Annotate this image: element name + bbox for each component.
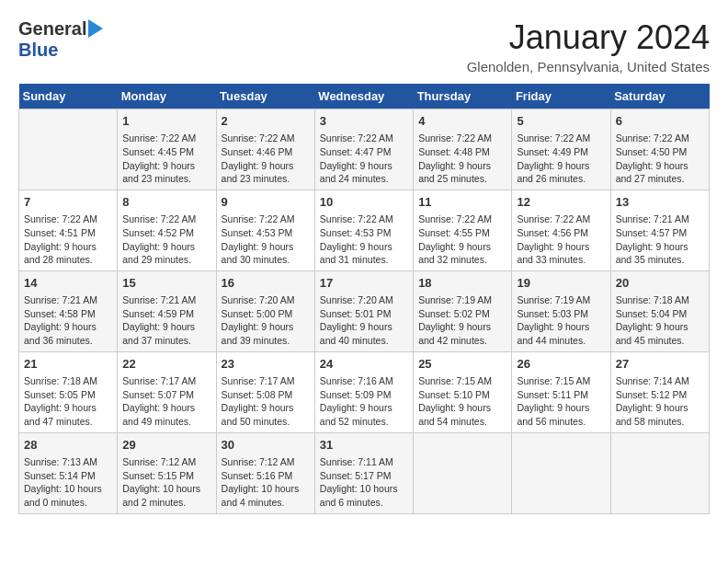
day-cell: 2Sunrise: 7:22 AMSunset: 4:46 PMDaylight… bbox=[216, 109, 314, 190]
day-info: Sunset: 5:04 PM bbox=[616, 307, 704, 321]
day-info: and 28 minutes. bbox=[24, 253, 112, 267]
day-info: and 50 minutes. bbox=[222, 415, 310, 429]
day-info: Sunset: 5:10 PM bbox=[418, 388, 506, 402]
day-info: Daylight: 9 hours bbox=[616, 401, 704, 415]
day-cell: 21Sunrise: 7:18 AMSunset: 5:05 PMDayligh… bbox=[19, 351, 118, 432]
day-info: and 42 minutes. bbox=[418, 334, 506, 348]
day-cell: 1Sunrise: 7:22 AMSunset: 4:45 PMDaylight… bbox=[118, 109, 216, 190]
day-info: Sunrise: 7:22 AM bbox=[222, 132, 310, 145]
day-info: Daylight: 9 hours bbox=[418, 320, 506, 334]
day-cell: 3Sunrise: 7:22 AMSunset: 4:47 PMDaylight… bbox=[314, 109, 413, 190]
day-cell bbox=[610, 432, 709, 513]
day-info: and 58 minutes. bbox=[616, 415, 704, 429]
day-number: 25 bbox=[418, 356, 506, 373]
day-info: and 36 minutes. bbox=[24, 334, 112, 348]
day-cell: 28Sunrise: 7:13 AMSunset: 5:14 PMDayligh… bbox=[19, 432, 118, 513]
day-info: Sunset: 5:03 PM bbox=[517, 307, 605, 321]
day-cell: 11Sunrise: 7:22 AMSunset: 4:55 PMDayligh… bbox=[414, 190, 512, 270]
day-cell: 25Sunrise: 7:15 AMSunset: 5:10 PMDayligh… bbox=[414, 351, 512, 432]
day-info: Daylight: 9 hours bbox=[517, 240, 605, 254]
day-cell: 20Sunrise: 7:18 AMSunset: 5:04 PMDayligh… bbox=[610, 270, 709, 351]
day-info: Sunset: 5:17 PM bbox=[320, 469, 408, 483]
day-info: Sunset: 4:53 PM bbox=[222, 226, 310, 240]
day-info: Daylight: 9 hours bbox=[24, 240, 112, 254]
day-info: Daylight: 9 hours bbox=[616, 159, 704, 173]
day-number: 13 bbox=[616, 194, 704, 211]
day-info: Sunset: 5:07 PM bbox=[122, 388, 210, 402]
day-info: Sunset: 4:59 PM bbox=[122, 307, 210, 321]
day-cell: 8Sunrise: 7:22 AMSunset: 4:52 PMDaylight… bbox=[118, 190, 216, 270]
day-info: and 35 minutes. bbox=[616, 253, 704, 267]
month-title: January 2024 bbox=[467, 18, 710, 57]
day-info: Daylight: 10 hours bbox=[320, 482, 408, 496]
day-info: Sunrise: 7:12 AM bbox=[222, 455, 310, 469]
logo-arrow-icon bbox=[88, 19, 103, 38]
day-info: and 6 minutes. bbox=[320, 496, 408, 510]
day-info: Sunrise: 7:22 AM bbox=[517, 213, 605, 226]
day-number: 18 bbox=[418, 275, 506, 292]
day-info: and 40 minutes. bbox=[320, 334, 408, 348]
day-info: Daylight: 9 hours bbox=[418, 240, 506, 254]
day-info: Daylight: 9 hours bbox=[122, 240, 210, 254]
header-thursday: Thursday bbox=[414, 84, 512, 109]
page-header: General Blue January 2024 Glenolden, Pen… bbox=[18, 18, 710, 75]
day-info: Sunset: 5:05 PM bbox=[24, 388, 112, 402]
day-info: and 30 minutes. bbox=[222, 253, 310, 267]
day-info: Sunrise: 7:22 AM bbox=[517, 132, 605, 145]
day-info: and 39 minutes. bbox=[222, 334, 310, 348]
day-info: Sunrise: 7:21 AM bbox=[122, 293, 210, 307]
day-info: Daylight: 9 hours bbox=[418, 159, 506, 173]
logo-general: General bbox=[18, 18, 86, 40]
day-info: Daylight: 9 hours bbox=[320, 320, 408, 334]
week-row-2: 7Sunrise: 7:22 AMSunset: 4:51 PMDaylight… bbox=[19, 190, 710, 270]
day-cell: 24Sunrise: 7:16 AMSunset: 5:09 PMDayligh… bbox=[314, 351, 413, 432]
day-number: 27 bbox=[616, 356, 704, 373]
day-info: and 23 minutes. bbox=[222, 172, 310, 186]
day-info: and 37 minutes. bbox=[122, 334, 210, 348]
day-cell: 23Sunrise: 7:17 AMSunset: 5:08 PMDayligh… bbox=[216, 351, 314, 432]
day-cell: 31Sunrise: 7:11 AMSunset: 5:17 PMDayligh… bbox=[314, 432, 413, 513]
day-info: Daylight: 9 hours bbox=[418, 401, 506, 415]
day-info: Daylight: 10 hours bbox=[122, 482, 210, 496]
day-info: Sunset: 5:11 PM bbox=[517, 388, 605, 402]
day-cell bbox=[19, 109, 118, 190]
day-info: Daylight: 9 hours bbox=[320, 240, 408, 254]
day-info: and 0 minutes. bbox=[24, 496, 112, 510]
day-info: and 29 minutes. bbox=[122, 253, 210, 267]
header-saturday: Saturday bbox=[610, 84, 709, 109]
day-number: 17 bbox=[320, 275, 408, 292]
week-row-4: 21Sunrise: 7:18 AMSunset: 5:05 PMDayligh… bbox=[19, 351, 710, 432]
day-info: Daylight: 9 hours bbox=[24, 401, 112, 415]
day-number: 26 bbox=[517, 356, 605, 373]
day-info: Sunset: 4:55 PM bbox=[418, 226, 506, 240]
day-cell bbox=[414, 432, 512, 513]
day-info: Sunrise: 7:22 AM bbox=[418, 213, 506, 226]
day-info: Sunrise: 7:22 AM bbox=[418, 132, 506, 145]
day-cell: 30Sunrise: 7:12 AMSunset: 5:16 PMDayligh… bbox=[216, 432, 314, 513]
day-number: 22 bbox=[122, 356, 210, 373]
header-monday: Monday bbox=[118, 84, 216, 109]
day-info: Sunset: 4:51 PM bbox=[24, 226, 112, 240]
day-cell bbox=[512, 432, 610, 513]
day-cell: 16Sunrise: 7:20 AMSunset: 5:00 PMDayligh… bbox=[216, 270, 314, 351]
day-number: 8 bbox=[122, 194, 210, 211]
day-cell: 7Sunrise: 7:22 AMSunset: 4:51 PMDaylight… bbox=[19, 190, 118, 270]
day-info: Sunset: 5:08 PM bbox=[222, 388, 310, 402]
week-row-3: 14Sunrise: 7:21 AMSunset: 4:58 PMDayligh… bbox=[19, 270, 710, 351]
day-info: Sunrise: 7:20 AM bbox=[222, 293, 310, 307]
day-info: and 52 minutes. bbox=[320, 415, 408, 429]
day-number: 5 bbox=[517, 113, 605, 130]
day-info: Sunrise: 7:19 AM bbox=[418, 293, 506, 307]
day-info: Daylight: 9 hours bbox=[222, 320, 310, 334]
day-info: Sunset: 4:46 PM bbox=[222, 145, 310, 159]
day-info: Daylight: 9 hours bbox=[616, 320, 704, 334]
day-info: Sunset: 4:56 PM bbox=[517, 226, 605, 240]
day-info: Sunrise: 7:22 AM bbox=[122, 132, 210, 145]
day-info: Daylight: 9 hours bbox=[616, 240, 704, 254]
day-cell: 26Sunrise: 7:15 AMSunset: 5:11 PMDayligh… bbox=[512, 351, 610, 432]
day-info: Sunset: 4:49 PM bbox=[517, 145, 605, 159]
day-info: Daylight: 9 hours bbox=[320, 159, 408, 173]
day-info: Sunrise: 7:18 AM bbox=[24, 374, 112, 388]
day-info: Sunset: 4:45 PM bbox=[122, 145, 210, 159]
day-cell: 29Sunrise: 7:12 AMSunset: 5:15 PMDayligh… bbox=[118, 432, 216, 513]
